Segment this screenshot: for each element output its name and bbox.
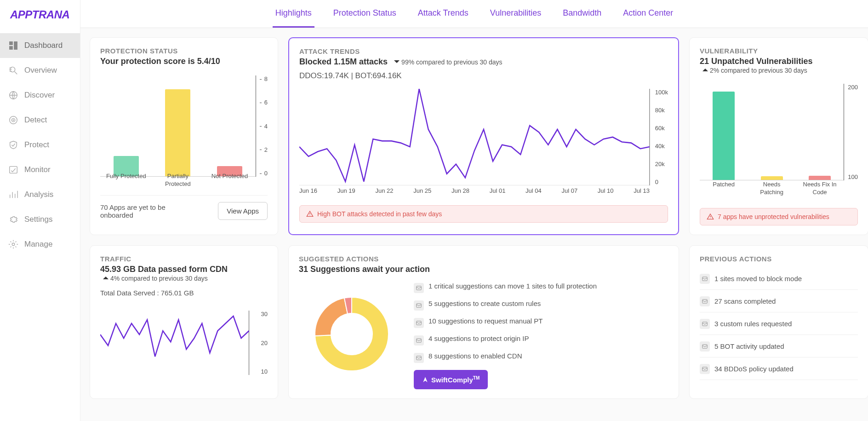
suggested-actions-card: SUGGESTED ACTIONS 31 Suggestions await y… xyxy=(288,245,679,399)
protect-icon xyxy=(8,140,18,150)
bar-label: Needs Patching xyxy=(754,181,790,196)
bar-label: Partially Protected xyxy=(157,173,199,188)
sidebar-item-label: Dashboard xyxy=(24,41,63,50)
view-apps-button[interactable]: View Apps xyxy=(218,202,268,220)
card-subtitle: Blocked 1.15M attacks xyxy=(299,57,388,67)
vulnerability-chart: PatchedNeeds PatchingNeeds Fix In Code 2… xyxy=(700,84,858,180)
sidebar-item-manage[interactable]: Manage xyxy=(0,232,80,257)
sidebar-item-detect[interactable]: Detect xyxy=(0,108,80,133)
svg-point-10 xyxy=(11,118,15,121)
sidebar-item-label: Analysis xyxy=(24,190,53,199)
traffic-card: TRAFFIC 45.93 GB Data passed form CDN 4%… xyxy=(90,245,278,399)
protection-footer-text: 70 Apps are yet to be onboarded xyxy=(100,203,192,219)
card-subtitle: Your protection score is 5.4/10 xyxy=(100,57,268,66)
card-title: ATTACK TRENDS xyxy=(299,47,668,55)
sidebar-item-protect[interactable]: Protect xyxy=(0,133,80,157)
tab-action-center[interactable]: Action Center xyxy=(620,0,676,28)
svg-rect-25 xyxy=(417,356,422,360)
attack-trends-card: ATTACK TRENDS Blocked 1.15M attacks 99% … xyxy=(288,37,679,235)
attack-line-chart: 100k80k60k40k20k0 xyxy=(299,89,668,185)
svg-rect-1 xyxy=(14,42,17,50)
inbox-icon xyxy=(700,364,710,374)
alert-triangle-icon xyxy=(306,210,314,218)
x-label: Jun 22 xyxy=(375,187,393,194)
suggest-item: 4 suggestions to protect origin IP xyxy=(414,331,668,349)
top-tabs: HighlightsProtection StatusAttack Trends… xyxy=(80,0,868,28)
arrow-up-icon xyxy=(702,67,708,74)
svg-rect-12 xyxy=(10,167,17,173)
x-label: Jul 07 xyxy=(561,187,577,194)
inbox-icon xyxy=(414,300,424,311)
side-nav: DashboardOverviewDiscoverDetectProtectMo… xyxy=(0,29,80,257)
svg-rect-23 xyxy=(417,321,422,325)
x-label: Jun 16 xyxy=(299,187,317,194)
sidebar-item-analysis[interactable]: Analysis xyxy=(0,182,80,207)
svg-rect-29 xyxy=(702,345,708,348)
sidebar-item-label: Monitor xyxy=(24,165,51,174)
x-label: Jul 04 xyxy=(525,187,542,194)
sidebar-item-label: Protect xyxy=(24,140,49,150)
svg-line-4 xyxy=(15,72,17,75)
previous-action-item: 3 custom rules requested xyxy=(700,312,858,335)
inbox-icon xyxy=(700,274,710,284)
tab-highlights[interactable]: Highlights xyxy=(273,0,314,28)
sidebar-item-label: Detect xyxy=(24,115,47,125)
svg-rect-26 xyxy=(702,277,708,281)
sidebar-item-monitor[interactable]: Monitor xyxy=(0,157,80,182)
x-label: Jul 10 xyxy=(598,187,614,194)
x-label: Jun 19 xyxy=(337,187,355,194)
protection-bar xyxy=(165,89,190,176)
traffic-served: Total Data Served : 765.01 GB xyxy=(100,289,268,297)
suggest-item: 1 critical suggestions can move 1 sites … xyxy=(414,279,668,296)
detect-icon xyxy=(8,115,18,125)
tab-attack-trends[interactable]: Attack Trends xyxy=(415,0,471,28)
tab-vulnerabilities[interactable]: Vulnerabilities xyxy=(487,0,544,28)
inbox-icon xyxy=(414,283,424,293)
bar-label: Fully Protected xyxy=(105,173,147,180)
suggest-item: 8 suggestions to enabled CDN xyxy=(414,349,668,366)
suggest-donut-chart xyxy=(299,279,405,389)
attack-compare: 99% compared to previous 30 days xyxy=(394,58,502,66)
protection-status-card: PROTECTION STATUS Your protection score … xyxy=(90,37,278,235)
swiftcomply-button[interactable]: SwiftComplyTM xyxy=(414,370,488,389)
inbox-icon xyxy=(414,318,424,328)
card-subtitle: 31 Suggestions await your action xyxy=(299,265,668,274)
card-title: SUGGESTED ACTIONS xyxy=(299,255,668,263)
arrow-down-icon xyxy=(394,58,400,66)
suggest-item: 5 suggestions to create custom rules xyxy=(414,296,668,314)
tab-bandwidth[interactable]: Bandwidth xyxy=(560,0,604,28)
inbox-icon xyxy=(700,319,710,329)
svg-point-11 xyxy=(13,120,14,121)
overview-icon xyxy=(8,65,18,75)
sidebar-item-overview[interactable]: Overview xyxy=(0,58,80,83)
brand-logo: APPTRANA xyxy=(0,0,80,29)
inbox-icon xyxy=(700,296,710,306)
svg-rect-28 xyxy=(702,322,708,326)
svg-rect-27 xyxy=(702,300,708,303)
svg-rect-30 xyxy=(702,367,708,371)
svg-rect-24 xyxy=(417,339,422,342)
card-title: PROTECTION STATUS xyxy=(100,47,268,55)
discover-icon xyxy=(8,90,18,100)
previous-action-item: 34 BDDoS policy updated xyxy=(700,358,858,380)
sidebar-item-settings[interactable]: Settings xyxy=(0,207,80,232)
traffic-line-chart: 302010 xyxy=(100,311,268,375)
card-subtitle: 45.93 GB Data passed form CDN xyxy=(100,265,228,274)
vuln-bar xyxy=(809,176,831,180)
card-subtitle: 21 Unpatched Vulnerabilities xyxy=(700,57,812,66)
previous-action-item: 5 BOT activity updated xyxy=(700,335,858,358)
inbox-icon xyxy=(414,335,424,346)
protection-chart: Fully ProtectedPartially ProtectedNot Pr… xyxy=(100,75,268,177)
svg-point-9 xyxy=(10,116,17,124)
tab-protection-status[interactable]: Protection Status xyxy=(331,0,399,28)
suggest-item: 10 suggestions to request manual PT xyxy=(414,314,668,331)
card-title: TRAFFIC xyxy=(100,255,268,263)
sidebar: APPTRANA DashboardOverviewDiscoverDetect… xyxy=(0,0,80,421)
sidebar-item-dashboard[interactable]: Dashboard xyxy=(0,33,80,58)
sidebar-item-discover[interactable]: Discover xyxy=(0,83,80,108)
svg-rect-0 xyxy=(10,42,12,45)
attack-alert: High BOT attacks detected in past few da… xyxy=(299,205,668,223)
svg-point-17 xyxy=(12,243,15,246)
svg-rect-2 xyxy=(10,46,12,49)
arrow-up-icon xyxy=(103,275,108,282)
